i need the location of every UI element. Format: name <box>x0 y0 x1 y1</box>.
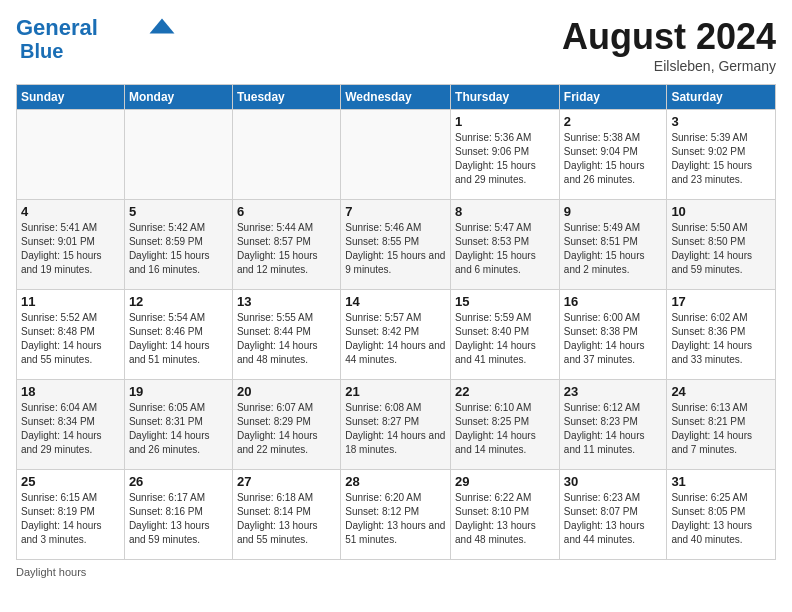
day-number: 7 <box>345 204 446 219</box>
day-header-sunday: Sunday <box>17 85 125 110</box>
day-info: Sunrise: 5:52 AM Sunset: 8:48 PM Dayligh… <box>21 311 120 367</box>
calendar-cell: 23Sunrise: 6:12 AM Sunset: 8:23 PM Dayli… <box>559 380 667 470</box>
calendar-cell: 17Sunrise: 6:02 AM Sunset: 8:36 PM Dayli… <box>667 290 776 380</box>
day-info: Sunrise: 5:38 AM Sunset: 9:04 PM Dayligh… <box>564 131 663 187</box>
calendar-cell: 14Sunrise: 5:57 AM Sunset: 8:42 PM Dayli… <box>341 290 451 380</box>
day-number: 4 <box>21 204 120 219</box>
calendar-cell: 28Sunrise: 6:20 AM Sunset: 8:12 PM Dayli… <box>341 470 451 560</box>
day-number: 14 <box>345 294 446 309</box>
day-info: Sunrise: 6:08 AM Sunset: 8:27 PM Dayligh… <box>345 401 446 457</box>
day-info: Sunrise: 6:05 AM Sunset: 8:31 PM Dayligh… <box>129 401 228 457</box>
day-number: 24 <box>671 384 771 399</box>
day-info: Sunrise: 5:36 AM Sunset: 9:06 PM Dayligh… <box>455 131 555 187</box>
calendar-cell: 22Sunrise: 6:10 AM Sunset: 8:25 PM Dayli… <box>451 380 560 470</box>
day-number: 25 <box>21 474 120 489</box>
day-info: Sunrise: 6:00 AM Sunset: 8:38 PM Dayligh… <box>564 311 663 367</box>
day-info: Sunrise: 5:55 AM Sunset: 8:44 PM Dayligh… <box>237 311 336 367</box>
calendar-cell: 11Sunrise: 5:52 AM Sunset: 8:48 PM Dayli… <box>17 290 125 380</box>
day-number: 5 <box>129 204 228 219</box>
day-info: Sunrise: 6:02 AM Sunset: 8:36 PM Dayligh… <box>671 311 771 367</box>
day-info: Sunrise: 5:54 AM Sunset: 8:46 PM Dayligh… <box>129 311 228 367</box>
logo-icon <box>148 17 176 35</box>
day-info: Sunrise: 6:23 AM Sunset: 8:07 PM Dayligh… <box>564 491 663 547</box>
day-number: 23 <box>564 384 663 399</box>
calendar-cell: 9Sunrise: 5:49 AM Sunset: 8:51 PM Daylig… <box>559 200 667 290</box>
svg-marker-0 <box>149 18 174 33</box>
day-info: Sunrise: 5:42 AM Sunset: 8:59 PM Dayligh… <box>129 221 228 277</box>
calendar-cell: 29Sunrise: 6:22 AM Sunset: 8:10 PM Dayli… <box>451 470 560 560</box>
day-info: Sunrise: 5:47 AM Sunset: 8:53 PM Dayligh… <box>455 221 555 277</box>
calendar-cell: 3Sunrise: 5:39 AM Sunset: 9:02 PM Daylig… <box>667 110 776 200</box>
day-number: 17 <box>671 294 771 309</box>
day-number: 30 <box>564 474 663 489</box>
day-info: Sunrise: 5:41 AM Sunset: 9:01 PM Dayligh… <box>21 221 120 277</box>
day-number: 29 <box>455 474 555 489</box>
calendar-cell: 24Sunrise: 6:13 AM Sunset: 8:21 PM Dayli… <box>667 380 776 470</box>
day-info: Sunrise: 6:25 AM Sunset: 8:05 PM Dayligh… <box>671 491 771 547</box>
calendar-cell: 21Sunrise: 6:08 AM Sunset: 8:27 PM Dayli… <box>341 380 451 470</box>
title-section: August 2024 Eilsleben, Germany <box>562 16 776 74</box>
calendar-cell: 27Sunrise: 6:18 AM Sunset: 8:14 PM Dayli… <box>232 470 340 560</box>
day-info: Sunrise: 6:04 AM Sunset: 8:34 PM Dayligh… <box>21 401 120 457</box>
day-number: 27 <box>237 474 336 489</box>
calendar-table: SundayMondayTuesdayWednesdayThursdayFrid… <box>16 84 776 560</box>
day-info: Sunrise: 5:59 AM Sunset: 8:40 PM Dayligh… <box>455 311 555 367</box>
day-header-friday: Friday <box>559 85 667 110</box>
calendar-cell: 25Sunrise: 6:15 AM Sunset: 8:19 PM Dayli… <box>17 470 125 560</box>
calendar-cell <box>17 110 125 200</box>
calendar-cell: 19Sunrise: 6:05 AM Sunset: 8:31 PM Dayli… <box>124 380 232 470</box>
day-number: 19 <box>129 384 228 399</box>
day-info: Sunrise: 5:46 AM Sunset: 8:55 PM Dayligh… <box>345 221 446 277</box>
day-info: Sunrise: 5:49 AM Sunset: 8:51 PM Dayligh… <box>564 221 663 277</box>
day-info: Sunrise: 6:18 AM Sunset: 8:14 PM Dayligh… <box>237 491 336 547</box>
day-info: Sunrise: 6:12 AM Sunset: 8:23 PM Dayligh… <box>564 401 663 457</box>
day-number: 11 <box>21 294 120 309</box>
day-number: 8 <box>455 204 555 219</box>
day-number: 18 <box>21 384 120 399</box>
calendar-cell: 6Sunrise: 5:44 AM Sunset: 8:57 PM Daylig… <box>232 200 340 290</box>
calendar-cell: 7Sunrise: 5:46 AM Sunset: 8:55 PM Daylig… <box>341 200 451 290</box>
day-number: 6 <box>237 204 336 219</box>
day-number: 20 <box>237 384 336 399</box>
location-text: Eilsleben, Germany <box>562 58 776 74</box>
day-info: Sunrise: 6:07 AM Sunset: 8:29 PM Dayligh… <box>237 401 336 457</box>
calendar-cell: 16Sunrise: 6:00 AM Sunset: 8:38 PM Dayli… <box>559 290 667 380</box>
calendar-cell: 30Sunrise: 6:23 AM Sunset: 8:07 PM Dayli… <box>559 470 667 560</box>
calendar-cell: 26Sunrise: 6:17 AM Sunset: 8:16 PM Dayli… <box>124 470 232 560</box>
day-info: Sunrise: 6:13 AM Sunset: 8:21 PM Dayligh… <box>671 401 771 457</box>
logo-text: General <box>16 16 98 40</box>
day-number: 28 <box>345 474 446 489</box>
day-number: 26 <box>129 474 228 489</box>
day-header-saturday: Saturday <box>667 85 776 110</box>
day-number: 1 <box>455 114 555 129</box>
day-number: 10 <box>671 204 771 219</box>
logo: General Blue <box>16 16 176 62</box>
day-header-monday: Monday <box>124 85 232 110</box>
day-info: Sunrise: 6:22 AM Sunset: 8:10 PM Dayligh… <box>455 491 555 547</box>
day-number: 3 <box>671 114 771 129</box>
day-number: 13 <box>237 294 336 309</box>
footnote: Daylight hours <box>16 566 776 578</box>
day-number: 12 <box>129 294 228 309</box>
day-number: 16 <box>564 294 663 309</box>
day-info: Sunrise: 6:10 AM Sunset: 8:25 PM Dayligh… <box>455 401 555 457</box>
calendar-cell: 1Sunrise: 5:36 AM Sunset: 9:06 PM Daylig… <box>451 110 560 200</box>
calendar-cell: 15Sunrise: 5:59 AM Sunset: 8:40 PM Dayli… <box>451 290 560 380</box>
calendar-cell: 18Sunrise: 6:04 AM Sunset: 8:34 PM Dayli… <box>17 380 125 470</box>
day-info: Sunrise: 6:17 AM Sunset: 8:16 PM Dayligh… <box>129 491 228 547</box>
calendar-cell: 20Sunrise: 6:07 AM Sunset: 8:29 PM Dayli… <box>232 380 340 470</box>
day-number: 15 <box>455 294 555 309</box>
calendar-cell: 10Sunrise: 5:50 AM Sunset: 8:50 PM Dayli… <box>667 200 776 290</box>
calendar-cell: 31Sunrise: 6:25 AM Sunset: 8:05 PM Dayli… <box>667 470 776 560</box>
calendar-cell: 4Sunrise: 5:41 AM Sunset: 9:01 PM Daylig… <box>17 200 125 290</box>
day-info: Sunrise: 6:15 AM Sunset: 8:19 PM Dayligh… <box>21 491 120 547</box>
calendar-cell: 5Sunrise: 5:42 AM Sunset: 8:59 PM Daylig… <box>124 200 232 290</box>
calendar-cell <box>124 110 232 200</box>
day-header-wednesday: Wednesday <box>341 85 451 110</box>
day-header-tuesday: Tuesday <box>232 85 340 110</box>
day-number: 22 <box>455 384 555 399</box>
day-info: Sunrise: 6:20 AM Sunset: 8:12 PM Dayligh… <box>345 491 446 547</box>
calendar-cell <box>341 110 451 200</box>
logo-blue-text: Blue <box>20 40 63 62</box>
day-info: Sunrise: 5:57 AM Sunset: 8:42 PM Dayligh… <box>345 311 446 367</box>
